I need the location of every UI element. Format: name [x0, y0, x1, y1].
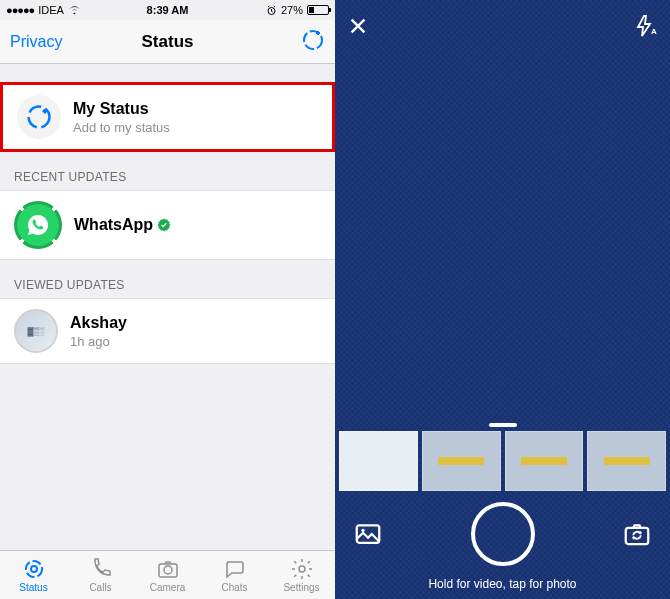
photo-thumb[interactable] — [422, 431, 501, 491]
my-status-row[interactable]: My Status Add to my status — [0, 82, 335, 152]
status-row-akshay[interactable]: ▓▒░ Akshay 1h ago — [0, 298, 335, 364]
status-tab-icon — [22, 557, 46, 581]
recent-photos-strip[interactable] — [335, 431, 670, 491]
svg-point-7 — [299, 566, 305, 572]
my-status-subtitle: Add to my status — [73, 120, 170, 135]
tab-calls[interactable]: Calls — [67, 551, 134, 599]
tab-camera[interactable]: Camera — [134, 551, 201, 599]
tab-status[interactable]: Status — [0, 551, 67, 599]
shutter-button[interactable] — [471, 502, 535, 566]
status-time: 1h ago — [70, 334, 127, 349]
privacy-link[interactable]: Privacy — [10, 33, 62, 51]
status-name: Akshay — [70, 314, 127, 332]
svg-point-6 — [164, 566, 172, 574]
battery-icon — [307, 5, 329, 15]
my-status-avatar — [17, 95, 61, 139]
status-compose-icon — [301, 28, 325, 52]
my-status-title: My Status — [73, 100, 170, 118]
battery-pct: 27% — [281, 4, 303, 16]
tab-settings[interactable]: Settings — [268, 551, 335, 599]
camera-hint: Hold for video, tap for photo — [335, 577, 670, 591]
status-name: WhatsApp — [74, 216, 171, 234]
photo-thumb[interactable] — [587, 431, 666, 491]
status-add-icon — [25, 103, 53, 131]
photo-thumb[interactable] — [505, 431, 584, 491]
section-recent: RECENT UPDATES — [0, 152, 335, 190]
tab-bar: Status Calls Camera Chats Settings — [0, 550, 335, 599]
flash-button[interactable]: A — [634, 14, 658, 42]
svg-rect-11 — [626, 528, 649, 544]
whatsapp-avatar — [17, 204, 59, 246]
svg-text:A: A — [651, 27, 657, 36]
alarm-icon — [266, 5, 277, 16]
signal-dots: ●●●●● — [6, 4, 34, 16]
whatsapp-icon — [26, 213, 50, 237]
svg-point-4 — [31, 566, 37, 572]
svg-point-2 — [29, 107, 50, 128]
close-button[interactable] — [347, 15, 369, 41]
chats-icon — [223, 557, 247, 581]
viewed-avatar: ▓▒░ — [14, 309, 58, 353]
wifi-icon — [68, 5, 81, 15]
flash-auto-icon: A — [634, 14, 658, 38]
section-viewed: VIEWED UPDATES — [0, 260, 335, 298]
phone-icon — [89, 557, 113, 581]
gear-icon — [290, 557, 314, 581]
camera-icon — [156, 557, 180, 581]
svg-point-10 — [361, 529, 364, 532]
flip-camera-button[interactable] — [622, 519, 652, 549]
svg-point-3 — [26, 561, 42, 577]
clock: 8:39 AM — [147, 4, 189, 16]
status-row-whatsapp[interactable]: WhatsApp — [0, 190, 335, 260]
carrier-label: IDEA — [38, 4, 64, 16]
swipe-handle[interactable] — [489, 423, 517, 427]
photo-thumb[interactable] — [339, 431, 418, 491]
status-list: My Status Add to my status RECENT UPDATE… — [0, 64, 335, 550]
status-screen: ●●●●● IDEA 8:39 AM 27% Privacy Status My… — [0, 0, 335, 599]
flip-camera-icon — [622, 519, 652, 549]
svg-rect-9 — [357, 525, 380, 543]
gallery-button[interactable] — [353, 519, 383, 549]
nav-bar: Privacy Status — [0, 20, 335, 64]
close-icon — [347, 15, 369, 37]
camera-screen: A Hold for video, tap for photo — [335, 0, 670, 599]
verified-icon — [157, 218, 171, 232]
new-status-button[interactable] — [301, 28, 325, 56]
status-ring — [14, 201, 62, 249]
page-title: Status — [142, 32, 194, 52]
tab-chats[interactable]: Chats — [201, 551, 268, 599]
gallery-icon — [353, 519, 383, 549]
ios-status-bar: ●●●●● IDEA 8:39 AM 27% — [0, 0, 335, 20]
